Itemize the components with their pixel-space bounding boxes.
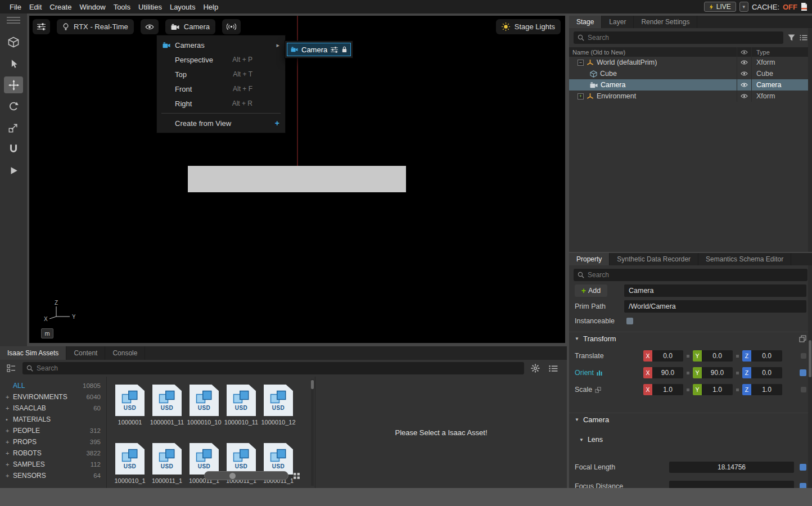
visibility-button[interactable] (141, 19, 159, 34)
live-dropdown-button[interactable]: ▾ (739, 2, 748, 12)
category-all[interactable]: ALL 10805 (0, 380, 106, 391)
asset-item[interactable]: USD 1000010_11 (226, 385, 256, 427)
stage-lights-button[interactable]: Stage Lights (496, 19, 561, 34)
transform-section-header[interactable]: ▼ Transform (569, 332, 812, 345)
tab-render-settings[interactable]: Render Settings (634, 16, 697, 28)
instanceable-checkbox[interactable] (626, 318, 633, 324)
camera-button[interactable]: Camera (165, 19, 215, 34)
y-axis-chip[interactable]: Y (693, 384, 702, 395)
tree-row-environment[interactable]: + Environment Xform (569, 91, 812, 102)
viewport[interactable]: RTX - Real-Time Camera Stage Lights Z Y … (29, 16, 565, 343)
options-menu-icon[interactable] (800, 34, 808, 41)
focal-length-field[interactable]: 18.14756 (669, 462, 794, 473)
snap-tool[interactable] (4, 141, 23, 157)
menu-edit[interactable]: Edit (25, 3, 46, 11)
stage-scrollbar[interactable] (808, 28, 812, 252)
menu-help[interactable]: Help (199, 3, 222, 11)
asset-item[interactable]: USD 1000001_11 (152, 385, 182, 427)
focus-distance-field[interactable] (669, 481, 794, 488)
tab-console[interactable]: Console (105, 346, 145, 360)
select-box-tool[interactable] (4, 34, 23, 51)
prim-name-field[interactable]: Camera (624, 284, 806, 297)
y-axis-chip[interactable]: Y (693, 350, 702, 362)
tree-row-cube[interactable]: Cube Cube (569, 68, 812, 79)
orient-checkbox[interactable] (800, 369, 806, 376)
tab-property[interactable]: Property (569, 253, 610, 265)
collapse-expander[interactable]: − (578, 60, 584, 66)
tab-isaac-sim-assets[interactable]: Isaac Sim Assets (0, 346, 66, 360)
lock-icon[interactable] (341, 46, 348, 53)
visibility-toggle[interactable] (737, 79, 751, 91)
scale-tool[interactable] (4, 119, 23, 136)
category-sensors[interactable]: + SENSORS 64 (0, 470, 106, 481)
asset-item[interactable]: USD 1000001 (115, 385, 145, 427)
add-button[interactable]: + Add (575, 284, 607, 297)
toolbar-grip[interactable] (7, 17, 20, 24)
asset-item[interactable]: USD 1000010_12 (263, 385, 294, 427)
orient-x-field[interactable]: 90.0 (652, 367, 683, 378)
menu-item-right[interactable]: Right Alt + R (157, 96, 285, 111)
category-environments[interactable]: + ENVIRONMENTS 6040 (0, 391, 106, 403)
asset-item[interactable]: USD 1000011_1 (152, 443, 182, 485)
expand-expander[interactable]: + (578, 93, 584, 100)
lens-section-header[interactable]: ▼ Lens (574, 434, 812, 445)
tab-synthetic-data-recorder[interactable]: Synthetic Data Recorder (610, 253, 698, 265)
grid-size-button[interactable] (291, 471, 301, 480)
visibility-toggle[interactable] (737, 91, 751, 102)
menu-layouts[interactable]: Layouts (166, 3, 200, 11)
category-robots[interactable]: + ROBOTS 3822 (0, 448, 106, 459)
assets-search-input[interactable] (37, 364, 520, 372)
row-option-control[interactable] (801, 387, 806, 392)
assets-settings-button[interactable] (529, 362, 542, 374)
tab-layer[interactable]: Layer (602, 16, 634, 28)
prim-path-field[interactable]: /World/Camera (624, 300, 806, 313)
menu-window[interactable]: Window (75, 3, 109, 11)
menu-tools[interactable]: Tools (110, 3, 134, 11)
translate-z-field[interactable]: 0.0 (751, 350, 782, 362)
scale-x-field[interactable]: 1.0 (652, 384, 683, 395)
focal-length-checkbox[interactable] (800, 464, 806, 471)
camera-section-header[interactable]: ▼ Camera (569, 413, 812, 426)
visibility-toggle[interactable] (737, 68, 751, 79)
tab-content[interactable]: Content (66, 346, 105, 360)
submenu-item-camera[interactable]: Camera (287, 43, 351, 56)
list-view-button[interactable] (547, 362, 560, 374)
z-axis-chip[interactable]: Z (742, 384, 751, 395)
grid-vertical-scrollbar[interactable] (311, 379, 314, 486)
menu-utilities[interactable]: Utilities (134, 3, 166, 11)
renderer-button[interactable]: RTX - Real-Time (57, 19, 134, 34)
menu-create[interactable]: Create (46, 3, 75, 11)
unit-badge[interactable]: m (41, 328, 53, 338)
menu-item-cameras[interactable]: Cameras ▸ (157, 38, 285, 52)
filter-icon[interactable] (788, 34, 795, 41)
type-column-header[interactable]: Type (751, 47, 812, 57)
y-axis-chip[interactable]: Y (693, 367, 702, 378)
name-column-header[interactable]: Name (Old to New) (569, 49, 737, 56)
rotate-tool[interactable] (4, 98, 23, 115)
x-axis-chip[interactable]: X (643, 384, 652, 395)
scale-y-field[interactable]: 1.0 (702, 384, 733, 395)
category-materials[interactable]: • MATERIALS (0, 414, 106, 425)
play-button[interactable] (4, 162, 23, 179)
translate-y-field[interactable]: 0.0 (702, 350, 733, 362)
tree-row-world[interactable]: − World (defaultPrim) Xform (569, 57, 812, 68)
sensor-button[interactable] (222, 19, 241, 34)
stage-search-input[interactable] (588, 34, 779, 42)
menu-item-perspective[interactable]: Perspective Alt + P (157, 52, 285, 67)
orient-z-field[interactable]: 0.0 (751, 367, 782, 378)
category-samples[interactable]: + SAMPLES 112 (0, 459, 106, 470)
menu-file[interactable]: File (6, 3, 25, 11)
link-icon[interactable] (595, 387, 601, 393)
category-view-button[interactable] (4, 362, 18, 374)
visibility-toggle[interactable] (737, 57, 751, 68)
z-axis-chip[interactable]: Z (742, 350, 751, 362)
tree-row-camera[interactable]: Camera Camera (569, 79, 812, 91)
select-tool[interactable] (4, 55, 23, 72)
live-button[interactable]: LIVE (704, 2, 736, 12)
visibility-column-header[interactable] (737, 47, 751, 57)
orient-y-field[interactable]: 90.0 (702, 367, 733, 378)
asset-item[interactable]: USD 1000010_1 (115, 443, 145, 485)
translate-x-field[interactable]: 0.0 (652, 350, 683, 362)
category-people[interactable]: + PEOPLE 312 (0, 425, 106, 436)
category-isaaclab[interactable]: + ISAACLAB 60 (0, 403, 106, 414)
